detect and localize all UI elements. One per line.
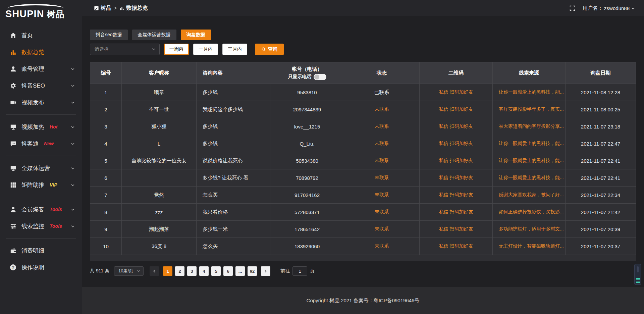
- qrcode-actions-link[interactable]: 私信 扫码加好友: [420, 221, 493, 238]
- breadcrumb-page[interactable]: 数据总览: [119, 5, 148, 12]
- next-page-button[interactable]: [261, 266, 270, 276]
- page-button-3[interactable]: 3: [187, 266, 197, 276]
- sidebar-item-label: 首页: [21, 32, 33, 39]
- sidebar-item-label: 全媒体运营: [21, 164, 50, 172]
- logo-arc: [7, 4, 64, 8]
- header-qrcode: 二维码: [420, 62, 493, 84]
- page-button-5[interactable]: 5: [211, 266, 221, 276]
- sidebar-item-help[interactable]: ?操作说明: [0, 259, 82, 276]
- chevron-down-icon: [70, 207, 75, 212]
- sidebar-divider: [6, 238, 76, 239]
- breadcrumb-page-label: 数据总览: [126, 5, 148, 12]
- goto-page-input[interactable]: [292, 266, 307, 276]
- tab-douyin-seo-data[interactable]: 抖音seo数据: [90, 30, 128, 40]
- page-button-4[interactable]: 4: [199, 266, 209, 276]
- sidebar-item-consumption-detail[interactable]: 消费明细: [0, 242, 82, 259]
- inquiry-date-cell: 2021-11-08 00:25: [566, 101, 636, 118]
- query-button[interactable]: 查询: [255, 44, 284, 55]
- qrcode-actions-link[interactable]: 私信 扫码加好友: [420, 84, 493, 101]
- status-cell: 已联系: [344, 84, 420, 101]
- qrcode-actions-link[interactable]: 私信 扫码加好友: [420, 169, 493, 187]
- username-label: 用户名：: [583, 5, 603, 11]
- sidebar-item-data-overview[interactable]: 数据总览: [0, 44, 82, 60]
- period-button-month[interactable]: 一月内: [193, 44, 218, 55]
- lead-source-link[interactable]: 让你一眼就爱上的黑科技，能...: [493, 135, 566, 152]
- sidebar-item-home[interactable]: 首页: [0, 27, 82, 44]
- lead-source-link[interactable]: 让你一眼就爱上的黑科技，能...: [493, 152, 566, 169]
- sidebar-nav: 首页数据总览账号管理抖音SEO视频发布视频加热Hot抖客通New全媒体运营矩阵助…: [0, 27, 82, 276]
- lead-source-link[interactable]: 如何正确选择投影仪，买投影...: [493, 204, 566, 221]
- sidebar-item-matrix-boost[interactable]: 矩阵助推VIP: [0, 176, 82, 193]
- qrcode-actions-link[interactable]: 私信 扫码加好友: [420, 118, 493, 135]
- row-number-cell: 1: [90, 84, 122, 101]
- filter-row: 请选择 一周内 一月内 三月内 查询: [90, 44, 636, 55]
- sidebar-item-video-publish[interactable]: 视频发布: [0, 94, 82, 111]
- sidebar-item-label: 线索监控: [21, 222, 44, 230]
- qrcode-actions-link[interactable]: 私信 扫码加好友: [420, 152, 493, 169]
- qrcode-actions-link[interactable]: 私信 扫码加好友: [420, 238, 493, 255]
- qrcode-actions-link[interactable]: 私信 扫码加好友: [420, 135, 493, 152]
- sidebar-item-member-burst[interactable]: 会员爆客Tools: [0, 201, 82, 218]
- filter-select[interactable]: 请选择: [90, 44, 160, 55]
- qrcode-actions-link[interactable]: 私信 扫码加好友: [420, 101, 493, 118]
- account-cell: 9583810: [270, 84, 344, 101]
- lead-source-link[interactable]: 感谢大家喜欢我家，被问了好...: [493, 187, 566, 204]
- logo-brand-cn: 树品: [47, 8, 64, 20]
- lead-source-link[interactable]: 被大家追着问的客厅投影分享...: [493, 118, 566, 135]
- user-menu[interactable]: 用户名： zswodun88: [583, 5, 635, 11]
- page-button-6[interactable]: 6: [223, 266, 233, 276]
- sidebar-item-label: 数据总览: [21, 48, 44, 56]
- content: 抖音seo数据 全媒体运营数据 询盘数据 请选择 一周内 一月内 三月内 查询: [82, 16, 644, 287]
- page-button-92[interactable]: 92: [248, 266, 257, 276]
- lead-source-link[interactable]: 让你一眼就爱上的黑科技，能...: [493, 169, 566, 187]
- app-root: SHUPIN 树品 首页数据总览账号管理抖音SEO视频发布视频加热Hot抖客通N…: [0, 0, 644, 314]
- page-button-2[interactable]: 2: [175, 266, 184, 276]
- sidebar-divider: [6, 156, 76, 156]
- sidebar-item-douketong[interactable]: 抖客通New: [0, 135, 82, 152]
- help-icon: ?: [10, 264, 16, 271]
- account-cell: 178651642: [270, 221, 344, 238]
- tab-media-operation-data[interactable]: 全媒体运营数据: [132, 30, 176, 40]
- sidebar-item-media-operation[interactable]: 全媒体运营: [0, 160, 82, 176]
- period-button-week[interactable]: 一周内: [164, 44, 189, 55]
- lead-source-link[interactable]: 多功能护栏灯，适用于乡村文...: [493, 221, 566, 238]
- floating-widget[interactable]: [634, 264, 641, 285]
- table-row: 5当地比较能吃的一位美女说说价格让我死心50534380未联系私信 扫码加好友让…: [90, 152, 636, 169]
- nickname-cell: 潮起潮落: [122, 221, 197, 238]
- sidebar-item-badge: New: [44, 141, 54, 146]
- status-cell: 未联系: [344, 118, 420, 135]
- lead-source-link[interactable]: 让你一眼就爱上的黑科技，能...: [493, 84, 566, 101]
- fullscreen-icon[interactable]: [570, 5, 575, 11]
- tab-inquiry-data[interactable]: 询盘数据: [181, 30, 211, 40]
- app-icon: [94, 6, 99, 11]
- table-row: 7觉然怎么买917024162未联系私信 扫码加好友感谢大家喜欢我家，被问了好.…: [90, 187, 636, 204]
- lead-source-link[interactable]: 客厅安装投影半年多了，真实...: [493, 101, 566, 118]
- phone-only-toggle[interactable]: [314, 74, 326, 80]
- status-cell: 未联系: [344, 238, 420, 255]
- sidebar-item-douyin-seo[interactable]: 抖音SEO: [0, 77, 82, 94]
- sidebar-item-account-manage[interactable]: 账号管理: [0, 60, 82, 77]
- period-button-quarter[interactable]: 三月内: [222, 44, 247, 55]
- chevron-down-icon: [151, 47, 156, 52]
- page-size-select[interactable]: 10条/页: [114, 266, 144, 276]
- user-area: 用户名： zswodun88: [570, 5, 635, 11]
- page-button-1[interactable]: 1: [163, 266, 172, 276]
- page-ellipsis-button[interactable]: ...: [235, 266, 245, 276]
- qrcode-actions-link[interactable]: 私信 扫码加好友: [420, 204, 493, 221]
- header-account: 帐号（电话） 只显示电话: [270, 62, 344, 84]
- consult-content-cell: 多少钱: [197, 135, 270, 152]
- chat-icon: [10, 141, 16, 147]
- sidebar-item-lead-monitor[interactable]: 线索监控Tools: [0, 218, 82, 234]
- monitor-icon: [10, 165, 16, 171]
- sliders-icon: [10, 223, 16, 229]
- breadcrumb: 树品 > 数据总览: [94, 5, 148, 12]
- user-icon: [10, 66, 16, 72]
- sidebar-item-video-heat[interactable]: 视频加热Hot: [0, 118, 82, 135]
- qrcode-actions-link[interactable]: 私信 扫码加好友: [420, 187, 493, 204]
- nickname-cell: 当地比较能吃的一位美女: [122, 152, 197, 169]
- consult-content-cell: 多少钱: [197, 118, 270, 135]
- prev-page-button[interactable]: [150, 266, 159, 276]
- breadcrumb-app[interactable]: 树品: [94, 5, 111, 12]
- table-row: 6多少钱? 让我死心 看70898792未联系私信 扫码加好友让你一眼就爱上的黑…: [90, 169, 636, 187]
- lead-source-link[interactable]: 无主灯设计，智能磁吸轨道灯...: [493, 238, 566, 255]
